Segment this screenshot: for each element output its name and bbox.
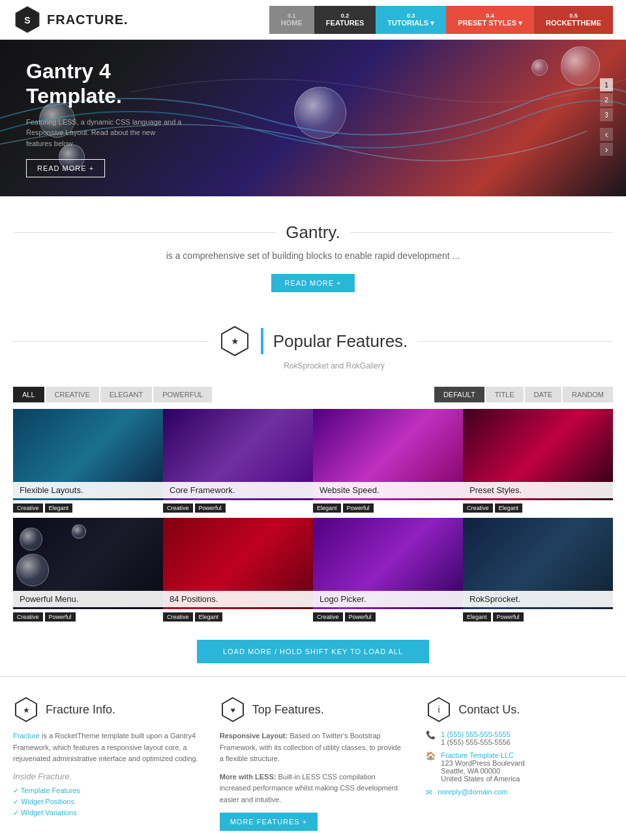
divider-line-right (417, 341, 613, 342)
gantry-read-more-button[interactable]: READ MORE + (271, 274, 354, 292)
feature-label: Logo Picker. (313, 591, 463, 607)
footer-icon-heart: ♥ (220, 697, 246, 723)
nav-preset[interactable]: 0.4 PRESET STYLES ▾ (446, 6, 534, 34)
contact-email: ✉ noreply@domain.com (426, 788, 613, 797)
divider-line-left (13, 341, 209, 342)
tag-powerful: Powerful (195, 503, 226, 513)
hero-read-more-button[interactable]: READ MORE + (26, 159, 105, 177)
nav-features[interactable]: 0.2 FEATURES (314, 6, 376, 34)
sort-date-button[interactable]: DATE (525, 387, 562, 402)
sort-default-button[interactable]: DEFAULT (434, 387, 484, 402)
country: United States of America (441, 775, 524, 783)
footer-info-col: ★ Fracture Info. Fracture is a RocketThe… (13, 697, 200, 831)
tag-elegant: Elegant (313, 503, 341, 513)
accent-bar (261, 328, 263, 354)
feature-tags: Creative Elegant (13, 500, 163, 518)
gantry-section: Gantry. is a comprehensive set of buildi… (0, 196, 626, 305)
filter-bar: ALL CREATIVE ELEGANT POWERFUL DEFAULT TI… (13, 387, 613, 402)
filter-elegant-button[interactable]: ELEGANT (100, 387, 152, 402)
load-more-section: LOAD MORE / HOLD SHIFT KEY TO LOAD ALL (0, 627, 626, 676)
tag-powerful: Powerful (343, 503, 374, 513)
hero-slider: Gantry 4 Template. Featuring LESS, a dyn… (0, 40, 626, 196)
load-more-button[interactable]: LOAD MORE / HOLD SHIFT KEY TO LOAD ALL (197, 640, 429, 663)
tag-creative: Creative (463, 503, 493, 513)
feature-card-powerful-menu[interactable]: Powerful Menu. Creative Powerful (13, 518, 163, 627)
footer-icon-star: ★ (13, 697, 39, 723)
feature-label: Flexible Layouts. (13, 482, 163, 498)
nav-tutorials[interactable]: 0.3 TUTORIALS ▾ (376, 6, 446, 34)
logo-text: FRACTURE. (47, 12, 128, 27)
svg-text:★: ★ (230, 336, 239, 346)
footer-link-template[interactable]: Template Features (13, 785, 200, 796)
email[interactable]: noreply@domain.com (438, 788, 507, 797)
gantry-title: Gantry. (286, 222, 340, 243)
feature-card-84-positions[interactable]: 84 Positions. Creative Elegant (163, 518, 313, 627)
slide-3-button[interactable]: 3 (600, 108, 613, 121)
feature-card-roksprocket[interactable]: RokSprocket. Elegant Powerful (463, 518, 613, 627)
hero-title: Gantry 4 Template. (26, 59, 183, 109)
gantry-subtitle: is a comprehensive set of building block… (13, 250, 613, 261)
header: S FRACTURE. 0.1 HOME 0.2 FEATURES 0.3 TU… (0, 0, 626, 40)
features-grid: Flexible Layouts. Creative Elegant Core … (13, 409, 613, 627)
footer-info-title: ★ Fracture Info. (13, 697, 200, 723)
sort-title-button[interactable]: TITLE (486, 387, 524, 402)
tag-creative: Creative (163, 503, 193, 513)
footer-inside-title: Inside Fracture. (13, 772, 200, 781)
nav-home[interactable]: 0.1 HOME (269, 6, 314, 34)
footer-link-variations[interactable]: Widget Variations (13, 807, 200, 818)
divider-line-right (350, 232, 613, 233)
popular-section: ★ Popular Features. RokSprocket and RokG… (0, 305, 626, 387)
divider-line-left (13, 232, 276, 233)
filter-all-button[interactable]: ALL (13, 387, 44, 402)
fracture-link[interactable]: Fracture (13, 732, 40, 740)
footer-contact-title: i Contact Us. (426, 697, 613, 723)
feature-card-logo-picker[interactable]: Logo Picker. Creative Powerful (313, 518, 463, 627)
feature-label: Preset Styles. (463, 482, 613, 498)
sort-random-button[interactable]: RANDOM (563, 387, 613, 402)
slide-1-button[interactable]: 1 (600, 78, 613, 91)
tag-elegant: Elegant (463, 612, 491, 622)
main-nav: 0.1 HOME 0.2 FEATURES 0.3 TUTORIALS ▾ 0.… (269, 6, 613, 34)
tag-elegant: Elegant (195, 612, 223, 622)
popular-header: ★ Popular Features. (13, 325, 613, 357)
more-features-button[interactable]: MORE FEATURES + (220, 813, 318, 831)
feature-card-flexible-layouts[interactable]: Flexible Layouts. Creative Elegant (13, 409, 163, 518)
filter-creative-button[interactable]: CREATIVE (46, 387, 99, 402)
popular-subtitle: RokSprocket and RokGallery (55, 361, 613, 370)
tag-creative: Creative (13, 503, 43, 513)
feature-tags: Creative Elegant (163, 609, 313, 627)
footer-less-text: More with LESS: Built-in LESS CSS compil… (220, 772, 407, 806)
hero-prev-arrow[interactable]: ‹ (600, 128, 613, 141)
footer-responsive-text: Responsive Layout: Based on Twitter's Bo… (220, 730, 407, 765)
section-divider: Gantry. (13, 222, 613, 243)
filter-left: ALL CREATIVE ELEGANT POWERFUL (13, 387, 212, 402)
footer-info-text: Fracture is a RocketTheme template built… (13, 730, 200, 765)
hero-controls: 1 2 3 ‹ › (600, 78, 613, 158)
footer-link-widget[interactable]: Widget Positions (13, 796, 200, 807)
feature-tags: Creative Elegant (463, 500, 613, 518)
company-name[interactable]: Fracture Template LLC (441, 751, 524, 759)
filter-right: DEFAULT TITLE DATE RANDOM (434, 387, 613, 402)
tag-powerful: Powerful (45, 612, 76, 622)
svg-text:i: i (438, 704, 440, 715)
address: 123 WordPress Boulevard (441, 759, 524, 767)
nav-rockettheme[interactable]: 0.5 ROCKETTHEME (534, 6, 613, 34)
footer-top: ★ Fracture Info. Fracture is a RocketThe… (0, 676, 626, 840)
hero-description: Featuring LESS, a dynamic CSS language a… (26, 117, 183, 149)
phone1[interactable]: 1 (555) 555-555-5555 (441, 730, 510, 738)
feature-card-website-speed[interactable]: Website Speed. Elegant Powerful (313, 409, 463, 518)
tag-creative: Creative (313, 612, 343, 622)
slide-2-button[interactable]: 2 (600, 93, 613, 106)
feature-card-preset-styles[interactable]: Preset Styles. Creative Elegant (463, 409, 613, 518)
filter-powerful-button[interactable]: POWERFUL (153, 387, 212, 402)
feature-card-core-framework[interactable]: Core Framework. Creative Powerful (163, 409, 313, 518)
popular-title: Popular Features. (273, 331, 408, 352)
hero-next-arrow[interactable]: › (600, 143, 613, 156)
feature-tags: Elegant Powerful (313, 500, 463, 518)
feature-tags: Creative Powerful (13, 609, 163, 627)
address-icon: 🏠 (426, 751, 436, 783)
feature-label: RokSprocket. (463, 591, 613, 607)
tag-elegant: Elegant (495, 503, 523, 513)
logo-icon: S (13, 5, 42, 34)
tag-powerful: Powerful (345, 612, 376, 622)
